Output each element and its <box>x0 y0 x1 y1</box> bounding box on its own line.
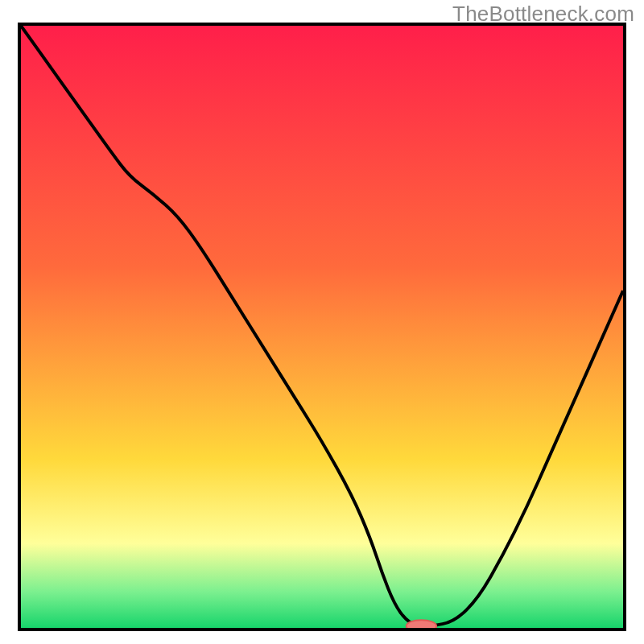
gradient-background <box>21 26 623 628</box>
plot-frame <box>18 23 626 631</box>
watermark-text: TheBottleneck.com <box>452 2 634 27</box>
bottleneck-chart <box>21 26 623 628</box>
optimal-point-marker <box>407 620 436 628</box>
chart-container: TheBottleneck.com <box>0 0 644 644</box>
